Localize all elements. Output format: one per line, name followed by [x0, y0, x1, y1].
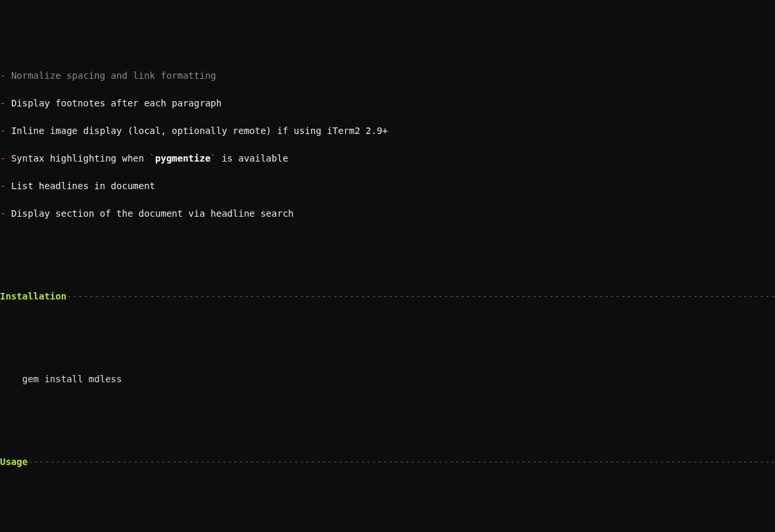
heading-usage: Usage ----------------------------------…: [0, 455, 775, 469]
feature-truncated: - Normalize spacing and link formatting: [0, 69, 775, 83]
blank-line: [0, 317, 775, 331]
feature-item: - Inline image display (local, optionall…: [0, 124, 775, 138]
feature-item: - Syntax highlighting when `pygmentize` …: [0, 152, 775, 166]
install-code: gem install mdless: [0, 372, 775, 386]
blank-line: [0, 428, 775, 441]
blank-line: [0, 234, 775, 248]
feature-item: - Display footnotes after each paragraph: [0, 97, 775, 110]
heading-installation: Installation ---------------------------…: [0, 290, 775, 303]
blank-line: [0, 262, 775, 276]
feature-item: - Display section of the document via he…: [0, 207, 775, 221]
blank-line: [0, 345, 775, 359]
blank-line: [0, 510, 775, 524]
terminal-output: - Normalize spacing and link formatting …: [0, 55, 775, 532]
blank-line: [0, 483, 775, 497]
blank-line: [0, 400, 775, 414]
feature-item: - List headlines in document: [0, 179, 775, 193]
